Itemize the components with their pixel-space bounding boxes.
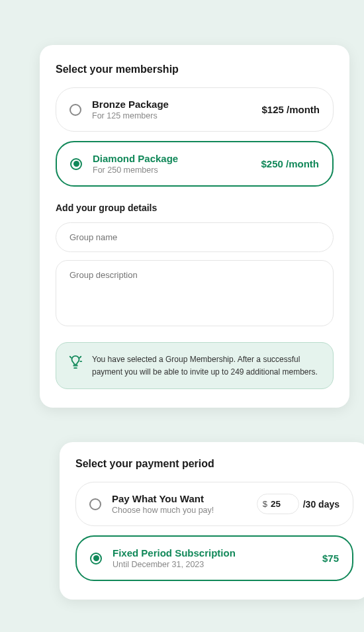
svg-line-1 bbox=[70, 357, 71, 358]
radio-selected-icon bbox=[90, 553, 102, 564]
info-box: You have selected a Group Membership. Af… bbox=[56, 342, 334, 389]
pwyw-amount-input[interactable] bbox=[271, 499, 289, 509]
membership-title: Select your membership bbox=[56, 64, 334, 75]
radio-selected-icon bbox=[70, 158, 82, 170]
option-desc: For 125 members bbox=[92, 111, 251, 120]
option-price: $250 /month bbox=[261, 158, 319, 169]
radio-unselected-icon bbox=[89, 498, 101, 510]
payment-title: Select your payment period bbox=[75, 458, 353, 470]
option-desc: Until December 31, 2023 bbox=[113, 560, 312, 569]
option-name: Bronze Package bbox=[92, 99, 251, 110]
svg-line-0 bbox=[79, 357, 81, 358]
radio-unselected-icon bbox=[69, 104, 81, 116]
option-desc: Choose how much you pay! bbox=[112, 506, 246, 515]
option-name: Diamond Package bbox=[93, 153, 250, 164]
option-name: Fixed Period Subscription bbox=[113, 547, 312, 559]
membership-option-diamond[interactable]: Diamond Package For 250 members $250 /mo… bbox=[56, 141, 334, 187]
group-description-input[interactable] bbox=[56, 260, 334, 326]
option-name: Pay What You Want bbox=[112, 493, 246, 504]
option-desc: For 250 members bbox=[93, 165, 250, 175]
pwyw-amount-input-wrap[interactable]: $ bbox=[257, 494, 299, 514]
option-text: Diamond Package For 250 members bbox=[93, 153, 250, 175]
info-text: You have selected a Group Membership. Af… bbox=[92, 353, 321, 378]
payment-card: Select your payment period Pay What You … bbox=[60, 442, 364, 600]
option-text: Pay What You Want Choose how much you pa… bbox=[112, 493, 246, 515]
option-price: $125 /month bbox=[261, 104, 320, 115]
group-details-title: Add your group details bbox=[56, 203, 334, 213]
lightbulb-icon bbox=[68, 355, 83, 369]
payment-option-fixed[interactable]: Fixed Period Subscription Until December… bbox=[75, 535, 353, 581]
currency-symbol: $ bbox=[263, 499, 267, 509]
membership-option-bronze[interactable]: Bronze Package For 125 members $125 /mon… bbox=[56, 87, 334, 132]
option-price: $75 bbox=[322, 553, 339, 564]
option-text: Fixed Period Subscription Until December… bbox=[113, 547, 312, 569]
option-text: Bronze Package For 125 members bbox=[92, 99, 251, 120]
payment-option-pwyw[interactable]: Pay What You Want Choose how much you pa… bbox=[75, 482, 353, 526]
group-name-input[interactable] bbox=[56, 222, 334, 252]
membership-card: Select your membership Bronze Package Fo… bbox=[40, 45, 349, 408]
pwyw-period: /30 days bbox=[303, 499, 340, 510]
pwyw-price-wrap: $ /30 days bbox=[257, 494, 340, 514]
